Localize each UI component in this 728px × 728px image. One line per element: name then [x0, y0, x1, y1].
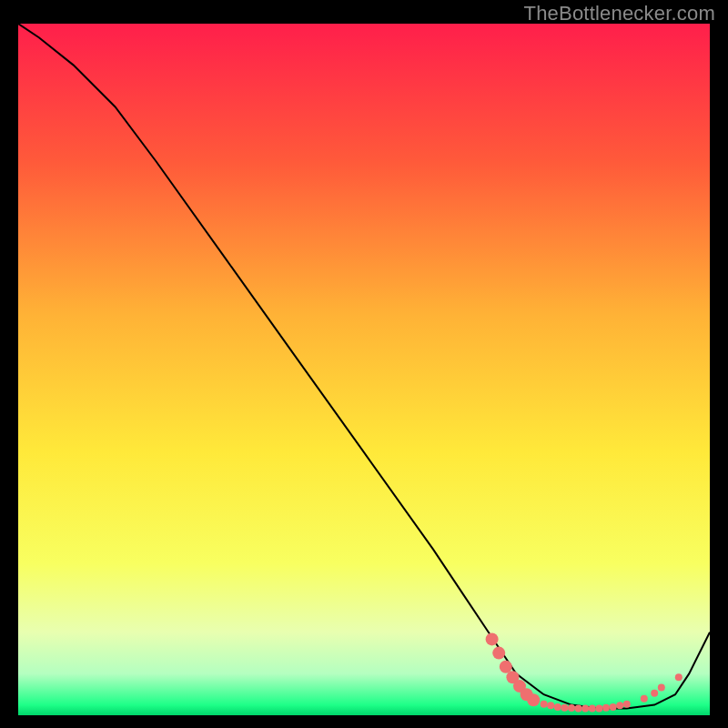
- valley-dot: [500, 661, 512, 673]
- valley-dot: [589, 704, 596, 712]
- valley-dot: [658, 684, 665, 692]
- gradient-background: [18, 24, 710, 715]
- valley-dot: [675, 673, 682, 681]
- valley-dot: [568, 704, 575, 712]
- valley-dot: [527, 693, 540, 706]
- valley-dot: [541, 701, 548, 708]
- chart-svg: [18, 24, 710, 715]
- valley-dot: [547, 702, 554, 709]
- valley-dot: [610, 703, 617, 711]
- valley-dot: [492, 647, 505, 660]
- valley-dot: [641, 695, 648, 703]
- valley-dot: [616, 702, 623, 709]
- valley-dot: [651, 690, 658, 697]
- valley-dot: [602, 704, 610, 712]
- valley-dot: [581, 704, 589, 712]
- valley-dot: [575, 704, 582, 712]
- chart-area: [18, 24, 710, 715]
- valley-dot: [623, 701, 631, 708]
- valley-dot: [561, 704, 568, 712]
- attribution-text: TheBottlenecker.com: [524, 2, 715, 25]
- valley-dot: [554, 703, 561, 711]
- valley-dot: [595, 704, 602, 712]
- valley-dot: [486, 632, 499, 645]
